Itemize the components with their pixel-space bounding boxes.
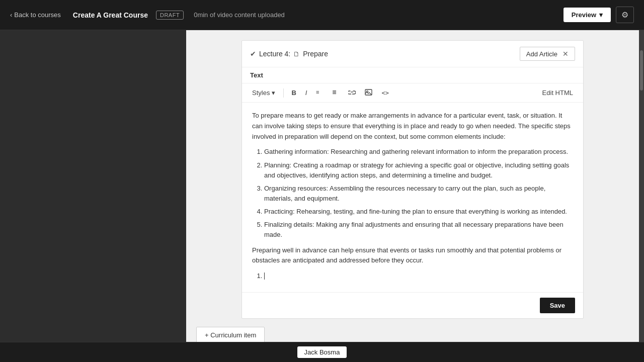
nav-right: Preview ▾ ⚙	[564, 7, 634, 23]
add-article-label: Add Article	[526, 50, 557, 58]
editor-new-list	[252, 271, 573, 281]
preview-label: Preview	[572, 11, 596, 19]
course-title: Create A Great Course	[73, 11, 148, 19]
preview-chevron-icon: ▾	[599, 11, 603, 19]
lecture-title: ✔ Lecture 4: 🗋 Prepare	[250, 50, 328, 58]
editor-card: ✔ Lecture 4: 🗋 Prepare Add Article ✕ Tex…	[242, 40, 584, 319]
unordered-list-button[interactable]: ≣	[329, 86, 343, 99]
lecture-check-icon: ✔	[250, 50, 256, 58]
lecture-name: Prepare	[303, 50, 328, 58]
svg-text:≣: ≣	[332, 89, 337, 95]
user-name-badge: Jack Bosma	[297, 346, 347, 358]
video-status: 0min of video content uploaded	[194, 11, 285, 19]
left-sidebar	[0, 30, 186, 342]
curriculum-item-button[interactable]: + Curriculum item	[196, 327, 265, 342]
editor-body[interactable]: To prepare means to get ready or make ar…	[242, 103, 583, 292]
styles-label: Styles	[252, 89, 270, 97]
lecture-header: ✔ Lecture 4: 🗋 Prepare Add Article ✕	[242, 41, 583, 67]
scrollbar-thumb[interactable]	[640, 50, 643, 90]
list-item-new	[264, 271, 573, 281]
editor-intro-text: To prepare means to get ready or make ar…	[252, 111, 573, 142]
code-icon: <>	[381, 89, 388, 97]
image-icon	[365, 89, 372, 97]
list-item: Organizing resources: Assembling the res…	[264, 184, 573, 204]
ordered-list-icon: ≡	[316, 89, 323, 97]
add-article-button[interactable]: Add Article ✕	[520, 47, 575, 61]
settings-button[interactable]: ⚙	[616, 7, 634, 23]
bold-button[interactable]: B	[288, 87, 299, 99]
text-section-label: Text	[242, 67, 583, 83]
edit-html-button[interactable]: Edit HTML	[538, 87, 577, 99]
italic-button[interactable]: I	[302, 87, 311, 99]
center-area: ✔ Lecture 4: 🗋 Prepare Add Article ✕ Tex…	[186, 30, 639, 342]
editor-list: Gathering information: Researching and g…	[252, 147, 573, 240]
bottom-bar: Jack Bosma	[0, 342, 644, 362]
add-article-close-icon: ✕	[562, 50, 569, 58]
back-to-courses-label: Back to courses	[14, 11, 61, 19]
unordered-list-icon: ≣	[332, 89, 339, 97]
lecture-file-icon: 🗋	[293, 50, 300, 58]
text-cursor	[264, 273, 265, 280]
editor-toolbar: Styles ▾ B I ≡	[242, 83, 583, 103]
image-button[interactable]	[361, 87, 376, 99]
toolbar-separator-1	[283, 88, 284, 98]
italic-icon: I	[305, 89, 307, 97]
draft-badge: DRAFT	[156, 11, 184, 20]
code-button[interactable]: <>	[378, 87, 392, 99]
list-item: Planning: Creating a roadmap or strategy…	[264, 160, 573, 180]
nav-left: ‹ Back to courses Create A Great Course …	[10, 11, 285, 20]
editor-conclusion-text: Preparing well in advance can help ensur…	[252, 245, 573, 266]
list-item: Finalizing details: Making any final adj…	[264, 220, 573, 240]
list-item: Gathering information: Researching and g…	[264, 147, 573, 157]
bold-icon: B	[291, 89, 296, 97]
list-item: Practicing: Rehearsing, testing, and fin…	[264, 207, 573, 217]
save-button[interactable]: Save	[540, 298, 575, 313]
link-button[interactable]	[345, 87, 359, 99]
styles-chevron-icon: ▾	[272, 89, 275, 97]
right-scrollbar[interactable]	[639, 30, 644, 342]
chevron-left-icon: ‹	[10, 11, 12, 19]
lecture-number: Lecture 4:	[259, 50, 290, 58]
svg-text:≡: ≡	[316, 89, 319, 95]
back-to-courses-link[interactable]: ‹ Back to courses	[10, 11, 61, 19]
preview-button[interactable]: Preview ▾	[564, 8, 611, 22]
ordered-list-button[interactable]: ≡	[312, 86, 327, 99]
link-icon	[348, 89, 356, 97]
settings-icon: ⚙	[621, 11, 628, 19]
styles-dropdown-button[interactable]: Styles ▾	[248, 87, 279, 99]
main-content: ✔ Lecture 4: 🗋 Prepare Add Article ✕ Tex…	[0, 30, 644, 342]
top-nav: ‹ Back to courses Create A Great Course …	[0, 0, 644, 30]
editor-footer: Save	[242, 292, 583, 318]
